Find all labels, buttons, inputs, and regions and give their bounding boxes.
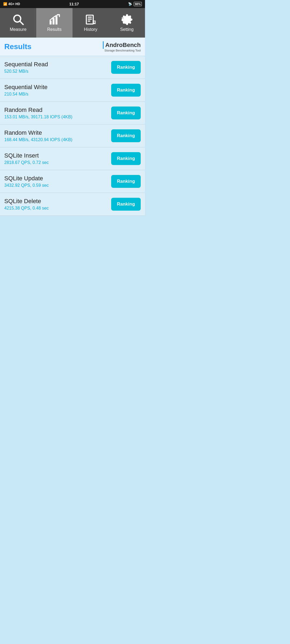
battery-indicator: 98% [134, 2, 142, 6]
bench-item-5: SQLite Update3432.92 QPS, 0.59 secRankin… [0, 170, 145, 193]
bench-value-6: 4215.38 QPS, 0.48 sec [4, 206, 111, 211]
tab-history-label: History [84, 27, 97, 32]
status-left: 📶 4G+ HD [3, 2, 20, 6]
svg-rect-3 [52, 18, 54, 25]
brand-logo: AndroBench Storage Benchmarking Tool [103, 41, 141, 52]
brand-bar-accent [103, 41, 104, 49]
brand-name: AndroBench [103, 41, 141, 49]
svg-rect-2 [49, 21, 51, 25]
ranking-button-6[interactable]: Ranking [111, 198, 141, 211]
bench-info-5: SQLite Update3432.92 QPS, 0.59 sec [4, 175, 111, 188]
bench-value-1: 210.54 MB/s [4, 92, 111, 97]
status-bar: 📶 4G+ HD 11:17 📡 98% [0, 0, 145, 8]
bench-item-2: Random Read153.01 MB/s, 39171.18 IOPS (4… [0, 102, 145, 125]
page-title: Results [4, 42, 31, 51]
tab-results[interactable]: Results [36, 8, 73, 38]
bench-name-6: SQLite Delete [4, 198, 111, 205]
bench-name-0: Sequential Read [4, 61, 111, 68]
bench-info-6: SQLite Delete4215.38 QPS, 0.48 sec [4, 198, 111, 211]
ranking-button-3[interactable]: Ranking [111, 129, 141, 142]
bench-info-0: Sequential Read520.52 MB/s [4, 61, 111, 74]
bench-item-6: SQLite Delete4215.38 QPS, 0.48 secRankin… [0, 193, 145, 216]
bench-name-3: Random Write [4, 129, 111, 136]
network-type: 4G+ HD [8, 2, 20, 6]
ranking-button-0[interactable]: Ranking [111, 61, 141, 74]
results-header: Results AndroBench Storage Benchmarking … [0, 38, 145, 56]
status-right: 📡 98% [128, 2, 142, 6]
tab-history[interactable]: History [73, 8, 109, 38]
history-icon [85, 14, 97, 25]
bench-info-4: SQLite Insert2818.67 QPS, 0.72 sec [4, 152, 111, 165]
bench-name-4: SQLite Insert [4, 152, 111, 159]
time-display: 11:17 [69, 2, 79, 6]
ranking-button-1[interactable]: Ranking [111, 84, 141, 97]
bench-name-1: Sequential Write [4, 84, 111, 91]
search-icon [12, 14, 24, 25]
bench-value-3: 168.44 MB/s, 43120.94 IOPS (4KB) [4, 137, 111, 142]
signal-indicator: 📶 [3, 2, 7, 6]
svg-rect-4 [55, 16, 57, 24]
chart-icon [49, 14, 60, 25]
nav-tabs: Measure Results History [0, 8, 145, 38]
bench-value-2: 153.01 MB/s, 39171.18 IOPS (4KB) [4, 115, 111, 119]
bench-item-3: Random Write168.44 MB/s, 43120.94 IOPS (… [0, 125, 145, 147]
svg-line-1 [20, 21, 23, 24]
tab-setting[interactable]: Setting [109, 8, 145, 38]
bench-value-4: 2818.67 QPS, 0.72 sec [4, 160, 111, 165]
bench-name-5: SQLite Update [4, 175, 111, 182]
ranking-button-4[interactable]: Ranking [111, 152, 141, 165]
ranking-button-2[interactable]: Ranking [111, 107, 141, 119]
benchmark-list: Sequential Read520.52 MB/sRankingSequent… [0, 56, 145, 216]
ranking-button-5[interactable]: Ranking [111, 175, 141, 188]
brand-subtitle: Storage Benchmarking Tool [104, 49, 141, 52]
bench-name-2: Random Read [4, 107, 111, 114]
bench-item-1: Sequential Write210.54 MB/sRanking [0, 79, 145, 102]
tab-measure-label: Measure [10, 27, 26, 32]
wifi-icon: 📡 [128, 2, 132, 6]
tab-setting-label: Setting [120, 27, 134, 32]
bench-info-2: Random Read153.01 MB/s, 39171.18 IOPS (4… [4, 107, 111, 119]
gear-icon [121, 14, 133, 25]
bench-item-0: Sequential Read520.52 MB/sRanking [0, 56, 145, 79]
tab-results-label: Results [47, 27, 61, 32]
bench-value-5: 3432.92 QPS, 0.59 sec [4, 183, 111, 188]
tab-measure[interactable]: Measure [0, 8, 36, 38]
bench-value-0: 520.52 MB/s [4, 69, 111, 74]
bench-info-1: Sequential Write210.54 MB/s [4, 84, 111, 97]
bench-item-4: SQLite Insert2818.67 QPS, 0.72 secRankin… [0, 147, 145, 170]
bench-info-3: Random Write168.44 MB/s, 43120.94 IOPS (… [4, 129, 111, 142]
